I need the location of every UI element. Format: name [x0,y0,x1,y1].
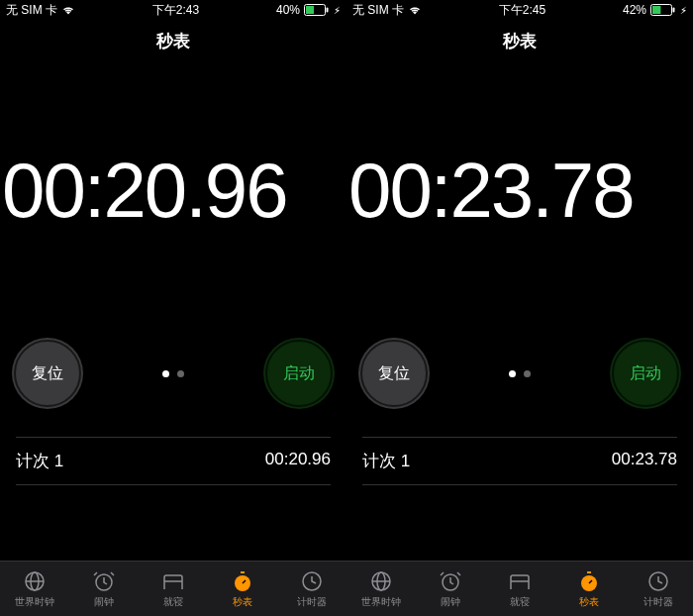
tab-label: 就寝 [510,595,530,609]
bed-icon [161,569,185,593]
tab-bar: 世界时钟 闹钟 就寝 秒表 计时器 [346,561,693,616]
timer-icon [300,569,324,593]
screen-right: 无 SIM 卡 下午2:45 42% ⚡︎ 秒表 00:23.78 复位 启动 [346,0,693,616]
status-bar: 无 SIM 卡 下午2:43 40% ⚡︎ [0,0,346,20]
page-title: 秒表 [346,20,693,62]
svg-rect-11 [652,6,660,14]
battery-percent: 40% [276,3,300,17]
laps-list: 计次 1 00:23.78 [346,437,693,485]
reset-button[interactable]: 复位 [358,338,430,409]
start-button-label: 启动 [283,363,315,384]
dot-inactive [177,370,184,377]
lap-label: 计次 1 [16,450,63,472]
tab-label: 秒表 [579,595,599,609]
tab-label: 闹钟 [441,595,460,609]
reset-button-label: 复位 [32,363,63,384]
tab-stopwatch[interactable]: 秒表 [208,562,277,616]
tab-label: 就寝 [163,595,183,609]
wifi-icon [408,5,422,15]
lap-label: 计次 1 [362,450,410,472]
reset-button-label: 复位 [378,363,410,384]
page-indicator[interactable] [162,370,184,377]
alarm-icon [92,569,116,593]
stopwatch-time: 00:23.78 [346,152,693,229]
stopwatch-icon [231,569,254,593]
tab-world-clock[interactable]: 世界时钟 [346,562,416,616]
tab-alarm[interactable]: 闹钟 [69,562,139,616]
tab-bedtime[interactable]: 就寝 [139,562,208,616]
lap-time: 00:20.96 [265,450,331,472]
tab-label: 计时器 [644,595,673,609]
wifi-icon [61,5,75,15]
bolt-icon: ⚡︎ [680,5,687,16]
statusbar-time: 下午2:45 [499,2,545,19]
svg-rect-8 [241,571,245,573]
stopwatch-icon [577,569,601,593]
globe-icon [369,569,393,593]
battery-percent: 42% [623,3,646,17]
start-button-label: 启动 [630,363,661,384]
stopwatch-time: 00:20.96 [0,152,346,229]
start-button[interactable]: 启动 [263,338,335,409]
svg-rect-1 [306,6,314,14]
battery-icon [304,4,330,16]
globe-icon [23,569,47,593]
statusbar-time: 下午2:43 [152,2,199,19]
tab-alarm[interactable]: 闹钟 [416,562,485,616]
tab-timer[interactable]: 计时器 [624,562,693,616]
page-title: 秒表 [0,20,346,62]
battery-icon [650,4,676,16]
dot-inactive [524,370,531,377]
tab-timer[interactable]: 计时器 [277,562,346,616]
tab-bar: 世界时钟 闹钟 就寝 秒表 计时器 [0,561,346,616]
laps-list: 计次 1 00:20.96 [0,437,346,485]
tab-label: 世界时钟 [15,595,54,609]
tab-label: 秒表 [233,595,252,609]
reset-button[interactable]: 复位 [12,338,83,409]
tab-label: 计时器 [297,595,327,609]
bed-icon [508,569,532,593]
status-bar: 无 SIM 卡 下午2:45 42% ⚡︎ [346,0,693,20]
tab-label: 闹钟 [94,595,114,609]
lap-row: 计次 1 00:23.78 [362,437,677,485]
svg-rect-2 [327,8,329,13]
svg-rect-12 [673,8,675,13]
tab-stopwatch[interactable]: 秒表 [554,562,624,616]
screen-left: 无 SIM 卡 下午2:43 40% ⚡︎ 秒表 00:20.96 复位 启动 [0,0,346,616]
bolt-icon: ⚡︎ [334,5,341,16]
alarm-icon [439,569,462,593]
carrier-text: 无 SIM 卡 [6,2,57,19]
tab-label: 世界时钟 [361,595,401,609]
carrier-text: 无 SIM 卡 [352,2,404,19]
svg-rect-18 [587,571,591,573]
tab-world-clock[interactable]: 世界时钟 [0,562,69,616]
timer-icon [646,569,670,593]
page-indicator[interactable] [509,370,531,377]
lap-time: 00:23.78 [612,450,677,472]
dot-active [509,370,516,377]
tab-bedtime[interactable]: 就寝 [485,562,554,616]
start-button[interactable]: 启动 [610,338,681,409]
dot-active [162,370,169,377]
lap-row: 计次 1 00:20.96 [16,437,331,485]
